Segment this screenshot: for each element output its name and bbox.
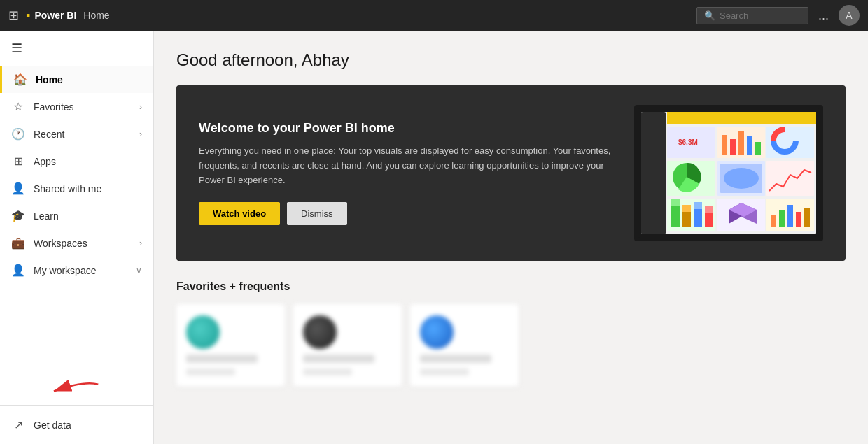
search-input[interactable] (720, 10, 801, 21)
sidebar-item-favorites[interactable]: ☆ Favorites › (0, 93, 153, 120)
chevron-down-icon: ∨ (136, 266, 142, 275)
fav-avatar-3 (420, 315, 454, 349)
main-content: Good afternoon, Abhay Welcome to your Po… (154, 31, 868, 444)
sidebar-item-learn[interactable]: 🎓 Learn (0, 202, 153, 229)
search-icon: 🔍 (704, 10, 715, 21)
layout: ☰ 🏠 Home ☆ Favorites › 🕐 Recent › ⊞ Apps… (0, 31, 868, 444)
svg-rect-10 (738, 131, 744, 155)
svg-rect-25 (682, 212, 691, 227)
svg-rect-12 (755, 142, 761, 155)
sidebar: ☰ 🏠 Home ☆ Favorites › 🕐 Recent › ⊞ Apps… (0, 31, 154, 444)
fav-sub-1 (186, 368, 235, 375)
myworkspace-icon: 👤 (11, 264, 25, 277)
svg-rect-36 (771, 215, 776, 227)
sidebar-label-recent: Recent (34, 129, 64, 140)
svg-rect-40 (804, 208, 810, 227)
search-box[interactable]: 🔍 (696, 7, 808, 24)
power-bi-logo: ▪ (26, 8, 30, 23)
avatar[interactable]: A (839, 5, 860, 26)
brand: ▪ Power BI (26, 8, 76, 23)
svg-rect-38 (788, 205, 793, 227)
sidebar-label-learn: Learn (34, 210, 59, 222)
chevron-right-icon: › (139, 238, 142, 248)
sidebar-label-myworkspace: My workspace (34, 265, 96, 276)
fav-name-1 (186, 355, 258, 363)
page-name: Home (83, 10, 109, 21)
sidebar-bottom: ↗ Get data (0, 405, 153, 444)
fav-card-1[interactable] (176, 304, 285, 387)
sidebar-item-shared[interactable]: 👤 Shared with me (0, 175, 153, 202)
svg-rect-9 (730, 139, 736, 155)
fav-name-2 (303, 355, 374, 363)
sidebar-toggle[interactable]: ☰ (0, 31, 153, 66)
svg-rect-23 (671, 206, 680, 227)
sidebar-label-workspaces: Workspaces (34, 238, 88, 249)
more-options-icon[interactable]: ... (816, 8, 832, 23)
welcome-title: Welcome to your Power BI home (199, 121, 617, 136)
watch-video-button[interactable]: Watch video (199, 202, 280, 225)
fav-avatar-1 (186, 315, 220, 349)
svg-rect-8 (722, 135, 727, 155)
svg-rect-29 (705, 213, 713, 227)
get-data-label: Get data (34, 420, 71, 431)
home-icon: 🏠 (13, 73, 27, 86)
sidebar-label-shared: Shared with me (34, 183, 102, 194)
recent-icon: 🕐 (11, 127, 25, 141)
chevron-right-icon: › (139, 129, 142, 139)
svg-rect-11 (747, 136, 752, 155)
page-title: Good afternoon, Abhay (176, 50, 846, 70)
apps-icon: ⊞ (11, 155, 25, 168)
svg-rect-30 (705, 206, 713, 213)
welcome-description: Everything you need in one place: Your t… (199, 144, 617, 187)
shared-icon: 👤 (11, 182, 25, 195)
fav-name-3 (420, 355, 491, 363)
fav-card-2[interactable] (293, 304, 402, 387)
svg-rect-39 (796, 212, 802, 227)
welcome-text-area: Welcome to your Power BI home Everything… (199, 121, 617, 224)
svg-rect-21 (766, 161, 814, 196)
get-data-button[interactable]: ↗ Get data (0, 411, 153, 438)
fav-sub-2 (303, 368, 352, 375)
sidebar-item-apps[interactable]: ⊞ Apps (0, 148, 153, 175)
favorites-section-title: Favorites + frequents (176, 280, 846, 293)
sidebar-item-recent[interactable]: 🕐 Recent › (0, 120, 153, 148)
brand-name: Power BI (34, 10, 76, 21)
dismiss-button[interactable]: Dismiss (287, 202, 347, 225)
sidebar-item-home[interactable]: 🏠 Home (0, 66, 153, 93)
svg-rect-24 (671, 199, 680, 206)
sidebar-item-workspaces[interactable]: 💼 Workspaces › (0, 229, 153, 257)
grid-icon[interactable]: ⊞ (8, 8, 19, 23)
welcome-actions: Watch video Dismiss (199, 202, 617, 225)
svg-text:$6.3M: $6.3M (678, 138, 698, 146)
topbar: ⊞ ▪ Power BI Home 🔍 ... A (0, 0, 868, 31)
svg-rect-3 (641, 112, 666, 234)
svg-rect-27 (694, 209, 702, 227)
sidebar-label-apps: Apps (34, 156, 56, 167)
favorites-grid (176, 304, 846, 387)
svg-rect-26 (682, 205, 691, 212)
svg-rect-4 (667, 112, 816, 124)
svg-rect-37 (779, 210, 785, 227)
svg-point-20 (724, 168, 759, 189)
fav-sub-3 (420, 368, 469, 375)
welcome-image: $6.3M (634, 105, 823, 241)
sidebar-label-favorites: Favorites (34, 101, 74, 113)
sidebar-item-myworkspace[interactable]: 👤 My workspace ∨ (0, 257, 153, 284)
fav-card-3[interactable] (410, 304, 519, 387)
fav-avatar-2 (303, 315, 337, 349)
svg-rect-28 (694, 202, 702, 209)
sidebar-label-home: Home (36, 74, 63, 85)
chevron-right-icon: › (139, 102, 142, 112)
workspaces-icon: 💼 (11, 236, 25, 250)
dashboard-preview: $6.3M (638, 108, 820, 238)
get-data-icon: ↗ (11, 418, 25, 431)
learn-icon: 🎓 (11, 209, 25, 222)
favorites-icon: ☆ (11, 100, 25, 113)
welcome-banner: Welcome to your Power BI home Everything… (176, 85, 846, 261)
